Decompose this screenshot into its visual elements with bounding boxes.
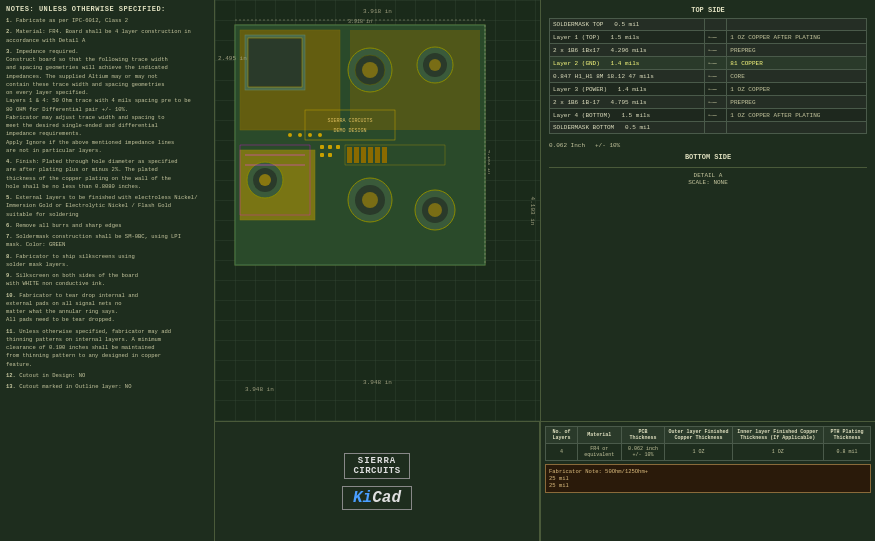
col-inner-copper: Inner layer Finished Copper Thickness (I… xyxy=(732,427,823,444)
notes-content: 1. Fabricate as per IPC-6012, Class 2 2.… xyxy=(6,17,208,391)
svg-rect-26 xyxy=(328,145,332,149)
dim-top: 3.918 in xyxy=(363,8,392,15)
svg-point-32 xyxy=(308,133,312,137)
svg-point-24 xyxy=(428,203,442,217)
kicad-cad: Cad xyxy=(372,489,401,507)
col-layers: No. of Layers xyxy=(546,427,578,444)
pcb-view: 3.918 in 4.103 in 3.948 in xyxy=(215,0,540,421)
kicad-logo-box: KiCad xyxy=(342,486,412,510)
cell-material: FR4 or equivalent xyxy=(577,444,621,461)
cell-inner-copper: 1 OZ xyxy=(732,444,823,461)
dim-right: 4.103 in xyxy=(529,196,536,225)
stackup-row-layer2: Layer 2 (GND) 1.4 mils ←— 81 COPPER xyxy=(550,57,867,70)
bottom-side-label: BOTTOM SIDE xyxy=(549,153,867,161)
svg-text:SIERRA CIRCUITS: SIERRA CIRCUITS xyxy=(327,118,372,124)
stackup-row-prepreg2: 2 x 1B6 1B-17 4.795 mils ←— PREPREG xyxy=(550,96,867,109)
stackup-row-prepreg1: 2 x 1B6 1Bx17 4.296 mils ←— PREPREG xyxy=(550,44,867,57)
stackup-row-layer4: Layer 4 (BOTTOM) 1.5 mils ←— 1 OZ COPPER… xyxy=(550,109,867,122)
svg-rect-38 xyxy=(368,147,373,163)
col-material: Material xyxy=(577,427,621,444)
dim-bottom: 3.948 in xyxy=(363,379,392,386)
svg-text:4.103 in: 4.103 in xyxy=(486,150,490,174)
svg-text:DEMO DESIGN: DEMO DESIGN xyxy=(333,128,366,134)
fabricator-note-line1: 25 mil xyxy=(549,475,867,482)
stackup-row-layer3: Layer 3 (POWER) 1.4 mils ←— 1 OZ COPPER xyxy=(550,83,867,96)
svg-point-33 xyxy=(318,133,322,137)
fabrication-table: No. of Layers Material PCB Thickness Out… xyxy=(545,426,871,461)
svg-point-11 xyxy=(429,59,441,71)
cell-layers: 4 xyxy=(546,444,578,461)
svg-rect-37 xyxy=(361,147,366,163)
svg-rect-28 xyxy=(320,153,324,157)
pcb-board-svg: SIERRA CIRCUITS DEMO DESIGN xyxy=(230,15,490,275)
stackup-panel: TOP SIDE SOLDERMASK TOP 0.5 mil Layer 1 … xyxy=(540,0,875,421)
col-pth: PTH Plating Thickness xyxy=(823,427,870,444)
col-thickness: PCB Thickness xyxy=(621,427,664,444)
total-thickness: 0.062 Inch +/- 10% xyxy=(549,142,867,149)
stackup-table: SOLDERMASK TOP 0.5 mil Layer 1 (TOP) 1.5… xyxy=(549,18,867,134)
bottom-info-panel: No. of Layers Material PCB Thickness Out… xyxy=(540,421,875,541)
notes-title: NOTES: UNLESS OTHERWISE SPECIFIED: xyxy=(6,5,208,13)
fabricator-note-text: Fabricator Note: 50Ohm/125Ohm+ xyxy=(549,468,867,475)
svg-rect-27 xyxy=(336,145,340,149)
svg-rect-25 xyxy=(320,145,324,149)
cell-pcb-thickness: 0.062 inch +/- 10% xyxy=(621,444,664,461)
svg-rect-39 xyxy=(375,147,380,163)
sierra-text: SIERRA xyxy=(353,456,400,466)
circuits-text: CIRCUITS xyxy=(353,466,400,476)
detail-label: DETAIL A xyxy=(549,172,867,179)
fabricator-note-line2: 25 mil xyxy=(549,482,867,489)
fabricator-note-box: Fabricator Note: 50Ohm/125Ohm+ 25 mil 25… xyxy=(545,464,871,493)
top-side-label: TOP SIDE xyxy=(549,6,867,14)
dim-bottom-label: 3.948 in xyxy=(245,386,274,393)
notes-panel: NOTES: UNLESS OTHERWISE SPECIFIED: 1. Fa… xyxy=(0,0,215,541)
svg-rect-35 xyxy=(347,147,352,163)
stackup-row-layer1: Layer 1 (TOP) 1.5 mils ←— 1 OZ COPPER AF… xyxy=(550,31,867,44)
svg-point-18 xyxy=(259,174,271,186)
svg-rect-5 xyxy=(248,38,302,87)
kicad-k: Ki xyxy=(353,489,372,507)
sierra-logo-box: SIERRA CIRCUITS xyxy=(344,453,409,479)
cell-outer-copper: 1 OZ xyxy=(665,444,732,461)
detail-section: DETAIL A SCALE: NONE xyxy=(549,167,867,186)
cell-pth: 0.8 mil xyxy=(823,444,870,461)
stackup-row-soldermask-top: SOLDERMASK TOP 0.5 mil xyxy=(550,19,867,31)
detail-scale: SCALE: NONE xyxy=(549,179,867,186)
svg-text:3.918 in: 3.918 in xyxy=(348,19,372,25)
svg-point-8 xyxy=(362,62,378,78)
svg-point-31 xyxy=(298,133,302,137)
svg-point-21 xyxy=(362,192,378,208)
svg-rect-40 xyxy=(382,147,387,163)
stackup-row-soldermask-bottom: SOLDERMASK BOTTOM 0.5 mil xyxy=(550,122,867,134)
table-data-row: 4 FR4 or equivalent 0.062 inch +/- 10% 1… xyxy=(546,444,871,461)
logo-panel: SIERRA CIRCUITS KiCad xyxy=(215,421,540,541)
main-page: NOTES: UNLESS OTHERWISE SPECIFIED: 1. Fa… xyxy=(0,0,875,541)
svg-rect-29 xyxy=(328,153,332,157)
col-outer-copper: Outer layer Finished Copper Thickness xyxy=(665,427,732,444)
svg-point-30 xyxy=(288,133,292,137)
stackup-row-core: 0.847 H1_H1 8M 18.12 47 mils ←— CORE xyxy=(550,70,867,83)
svg-rect-36 xyxy=(354,147,359,163)
table-header-row: No. of Layers Material PCB Thickness Out… xyxy=(546,427,871,444)
dim-left-label: 2.495 in xyxy=(218,55,247,62)
sierra-logo-container: SIERRA CIRCUITS xyxy=(344,453,409,482)
